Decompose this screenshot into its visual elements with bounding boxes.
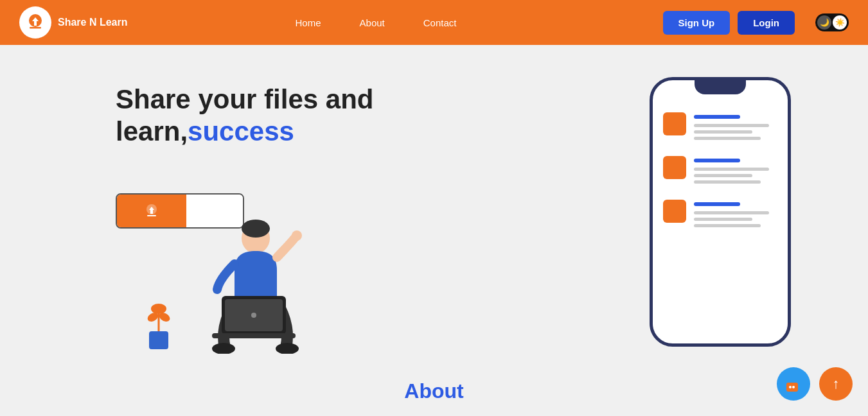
- person-illustration: [161, 200, 315, 354]
- phone-list-item-2: [663, 156, 777, 187]
- svg-point-8: [276, 343, 299, 354]
- logo-icon: [19, 6, 51, 39]
- moon-icon: 🌙: [817, 15, 831, 30]
- svg-point-15: [151, 304, 166, 314]
- svg-rect-13: [149, 331, 168, 349]
- phone-line-gray-1a: [694, 124, 769, 127]
- svg-rect-3: [147, 215, 156, 216]
- up-arrow-icon: ↑: [833, 376, 840, 392]
- nav-links: Home About Contact: [89, 17, 662, 28]
- phone-thumb-1: [663, 112, 686, 135]
- hero-title-part1: Share your files and: [116, 84, 373, 114]
- phone-thumb-3: [663, 200, 686, 223]
- chat-bubble-button[interactable]: [777, 367, 810, 401]
- about-section: About: [404, 379, 463, 403]
- phone-lines-1: [694, 112, 777, 143]
- phone-line-blue-2: [694, 159, 740, 162]
- phone-line-gray-1b: [694, 130, 752, 134]
- left-section: Share your files and learn,success: [116, 71, 572, 354]
- svg-rect-1: [30, 27, 41, 29]
- phone-notch: [695, 80, 746, 94]
- svg-point-20: [792, 386, 795, 388]
- nav-buttons: Sign Up Login 🌙 ☀️: [663, 11, 849, 35]
- phone-mockup: [650, 77, 791, 347]
- hero-title: Share your files and learn,success: [116, 83, 572, 148]
- phone-line-gray-1c: [694, 137, 761, 140]
- nav-home[interactable]: Home: [296, 17, 321, 28]
- phone-lines-3: [694, 200, 777, 230]
- phone-line-gray-2b: [694, 174, 752, 177]
- plant-illustration: [141, 293, 177, 351]
- svg-point-5: [242, 220, 270, 238]
- main-content: Share your files and learn,success: [0, 45, 868, 416]
- back-to-top-button[interactable]: ↑: [819, 367, 853, 401]
- svg-point-11: [251, 313, 256, 318]
- floating-buttons: ↑: [777, 367, 853, 401]
- phone-list-item-1: [663, 112, 777, 143]
- phone-line-gray-3c: [694, 224, 761, 227]
- phone-line-gray-2c: [694, 180, 761, 184]
- svg-point-6: [292, 230, 302, 241]
- phone-line-blue-3: [694, 202, 740, 206]
- illustration-area: [116, 174, 360, 354]
- nav-about[interactable]: About: [360, 17, 385, 28]
- phone-line-blue-1: [694, 115, 740, 119]
- login-button[interactable]: Login: [738, 11, 795, 35]
- right-section: [624, 71, 817, 347]
- phone-line-gray-3b: [694, 218, 752, 221]
- dark-mode-toggle[interactable]: 🌙 ☀️: [815, 13, 849, 31]
- about-title: About: [404, 379, 463, 403]
- svg-point-19: [789, 386, 792, 388]
- hero-title-part2: learn,: [116, 116, 188, 146]
- phone-lines-2: [694, 156, 777, 187]
- navbar: Share N Learn Home About Contact Sign Up…: [0, 0, 868, 45]
- signup-button[interactable]: Sign Up: [663, 11, 731, 35]
- phone-line-gray-2a: [694, 168, 769, 171]
- phone-line-gray-3a: [694, 211, 769, 214]
- phone-thumb-2: [663, 156, 686, 179]
- phone-list-item-3: [663, 200, 777, 230]
- sun-icon: ☀️: [833, 15, 847, 30]
- nav-contact[interactable]: Contact: [423, 17, 457, 28]
- hero-title-highlight: success: [188, 116, 294, 146]
- svg-point-7: [212, 343, 235, 354]
- svg-rect-12: [212, 333, 296, 338]
